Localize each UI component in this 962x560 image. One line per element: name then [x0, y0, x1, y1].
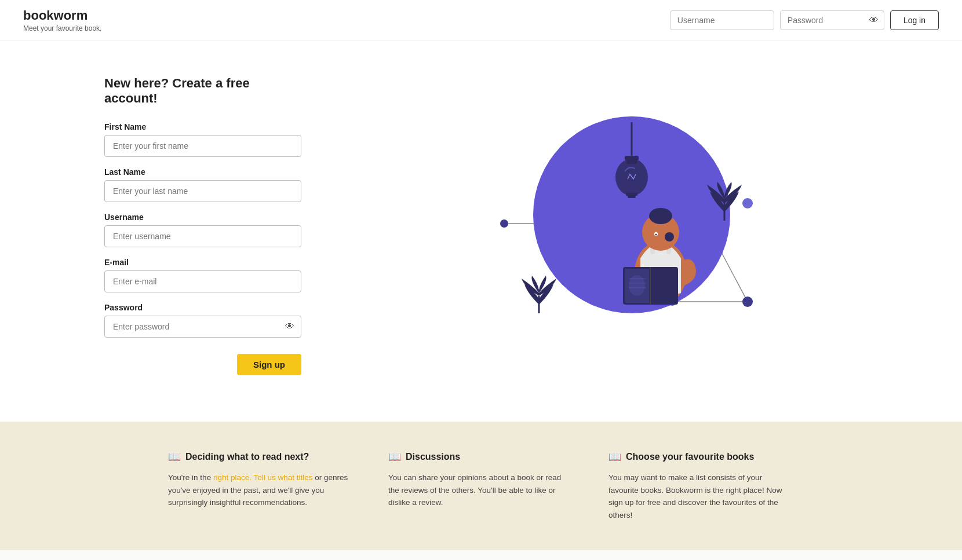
svg-point-21	[656, 209, 665, 218]
footer-col-3: 📖 Choose your favourite books You may wa…	[608, 451, 794, 521]
illustration-section	[301, 76, 881, 319]
last-name-group: Last Name	[104, 167, 301, 202]
main-content: New here? Create a free account! First N…	[0, 41, 962, 422]
svg-point-4	[500, 219, 508, 228]
logo: bookworm	[23, 8, 101, 23]
email-group: E-mail	[104, 258, 301, 292]
footer-col-1-title: 📖 Deciding what to read next?	[168, 451, 354, 463]
svg-rect-14	[626, 193, 637, 196]
logo-rest: worm	[54, 8, 88, 23]
first-name-input[interactable]	[104, 135, 301, 157]
footer-col-1-text: You're in the right place. Tell us what …	[168, 471, 354, 509]
footer-col-2-text: You can share your opinions about a book…	[388, 471, 574, 509]
header-eye-icon[interactable]: 👁	[869, 15, 879, 25]
svg-point-22	[665, 232, 674, 241]
logo-area: bookworm Meet your favourite book.	[23, 8, 101, 32]
first-name-label: First Name	[104, 122, 301, 131]
illustration	[458, 87, 759, 319]
form-section: New here? Create a free account! First N…	[104, 76, 301, 375]
svg-point-8	[742, 198, 753, 208]
footer-col-3-title: 📖 Choose your favourite books	[608, 451, 794, 463]
last-name-label: Last Name	[104, 167, 301, 177]
username-label: Username	[104, 213, 301, 222]
email-label: E-mail	[104, 258, 301, 267]
last-name-input[interactable]	[104, 180, 301, 202]
login-button[interactable]: Log in	[890, 10, 939, 30]
footer: 📖 Deciding what to read next? You're in …	[0, 422, 962, 550]
password-input[interactable]	[104, 316, 301, 338]
password-group: Password 👁	[104, 303, 301, 338]
header-username-input[interactable]	[670, 10, 774, 30]
header: bookworm Meet your favourite book. 👁 Log…	[0, 0, 962, 41]
header-password-input[interactable]	[780, 10, 884, 30]
password-field-wrapper: 👁	[104, 316, 301, 338]
book-icon-3: 📖	[608, 451, 621, 463]
svg-point-7	[742, 297, 753, 307]
logo-bold: book	[23, 8, 54, 23]
signup-button[interactable]: Sign up	[237, 354, 301, 375]
first-name-group: First Name	[104, 122, 301, 157]
footer-col-2: 📖 Discussions You can share your opinion…	[388, 451, 574, 521]
email-input[interactable]	[104, 270, 301, 292]
form-eye-icon[interactable]: 👁	[285, 321, 294, 332]
logo-subtitle: Meet your favourite book.	[23, 24, 101, 32]
svg-rect-15	[628, 196, 636, 198]
header-password-wrapper: 👁	[780, 10, 884, 30]
footer-col-2-title: 📖 Discussions	[388, 451, 574, 463]
header-right: 👁 Log in	[670, 10, 939, 30]
username-group: Username	[104, 213, 301, 247]
book-icon-2: 📖	[388, 451, 401, 463]
footer-col-3-text: You may want to make a list consists of …	[608, 471, 794, 521]
form-title: New here? Create a free account!	[104, 76, 301, 106]
password-label: Password	[104, 303, 301, 312]
book-icon-1: 📖	[168, 451, 181, 463]
svg-point-28	[629, 275, 645, 296]
svg-point-24	[655, 234, 657, 236]
username-input[interactable]	[104, 225, 301, 247]
footer-col-1: 📖 Deciding what to read next? You're in …	[168, 451, 354, 521]
